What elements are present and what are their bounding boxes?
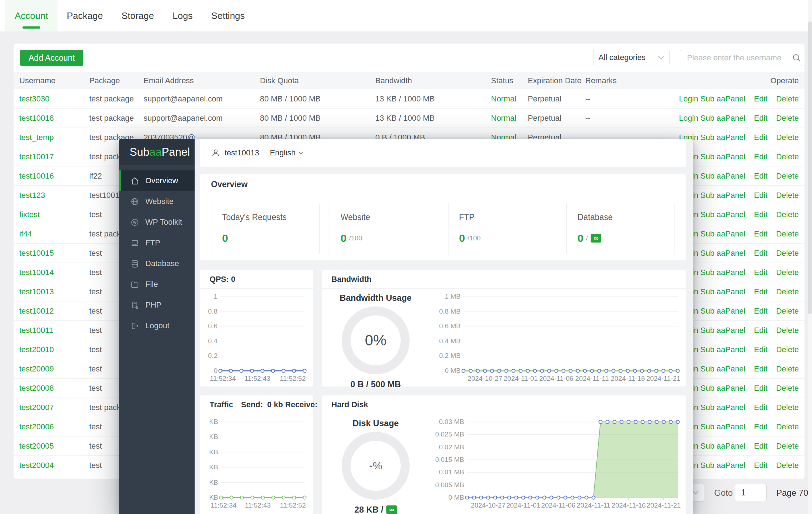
page-scrollbar[interactable]	[808, 0, 812, 514]
sidebar-item-overview[interactable]: Overview	[119, 170, 195, 191]
edit-link[interactable]: Edit	[754, 345, 767, 354]
delete-link[interactable]: Delete	[776, 114, 799, 123]
delete-link[interactable]: Delete	[776, 364, 799, 374]
tab-bar: AccountPackageStorageLogsSettings	[0, 0, 808, 31]
username-link[interactable]: test10014	[19, 268, 89, 277]
edit-link[interactable]: Edit	[754, 384, 767, 393]
username-link[interactable]: test10013	[19, 287, 89, 296]
edit-link[interactable]: Edit	[754, 229, 767, 239]
operate-cell: Login Sub aaPanelEditDelete	[691, 249, 799, 258]
edit-link[interactable]: Edit	[754, 403, 767, 412]
svg-text:0 MB: 0 MB	[445, 367, 461, 374]
chevron-down-icon	[298, 151, 304, 155]
delete-link[interactable]: Delete	[776, 152, 799, 161]
edit-link[interactable]: Edit	[754, 326, 767, 335]
delete-link[interactable]: Delete	[776, 229, 799, 239]
svg-text:11:52:43: 11:52:43	[245, 501, 271, 509]
delete-link[interactable]: Delete	[776, 306, 799, 316]
username-link[interactable]: test10018	[19, 114, 89, 123]
username-link[interactable]: test20005	[19, 441, 89, 451]
category-filter-select[interactable]: All categories	[593, 50, 670, 65]
operate-cell: Login Sub aaPanelEditDelete	[691, 191, 799, 200]
delete-link[interactable]: Delete	[776, 441, 799, 451]
edit-link[interactable]: Edit	[754, 268, 767, 277]
delete-link[interactable]: Delete	[776, 268, 799, 277]
edit-link[interactable]: Edit	[754, 306, 767, 316]
edit-link[interactable]: Edit	[754, 133, 767, 142]
edit-link[interactable]: Edit	[754, 422, 767, 431]
edit-link[interactable]: Edit	[754, 287, 767, 296]
tab-account[interactable]: Account	[5, 0, 57, 31]
language-selector[interactable]: English	[270, 148, 304, 158]
stat-card-title: Database	[577, 213, 664, 222]
delete-link[interactable]: Delete	[776, 191, 799, 200]
username-link[interactable]: test20004	[19, 461, 89, 470]
edit-link[interactable]: Edit	[754, 152, 767, 161]
delete-link[interactable]: Delete	[776, 171, 799, 181]
edit-link[interactable]: Edit	[754, 114, 767, 123]
delete-link[interactable]: Delete	[776, 287, 799, 296]
username-link[interactable]: test10017	[19, 152, 89, 161]
search-icon[interactable]	[792, 53, 801, 63]
sidebar-item-ftp[interactable]: FTP	[119, 233, 195, 253]
username-link[interactable]: test20007	[19, 403, 89, 412]
delete-link[interactable]: Delete	[776, 403, 799, 412]
tab-package[interactable]: Package	[57, 0, 112, 31]
add-account-button[interactable]: Add Account	[20, 50, 83, 66]
edit-link[interactable]: Edit	[754, 210, 767, 219]
username-link[interactable]: if44	[19, 229, 89, 239]
edit-link[interactable]: Edit	[754, 94, 767, 104]
delete-link[interactable]: Delete	[776, 94, 799, 104]
qps-chart-svg: 10.80.60.40.2011:52:3411:52:4311:52:52	[202, 291, 310, 384]
svg-text:KB: KB	[209, 418, 218, 425]
edit-link[interactable]: Edit	[754, 171, 767, 181]
scrollbar-thumb[interactable]	[808, 21, 812, 314]
sidebar-item-wp-toolkit[interactable]: WWP Toolkit	[119, 212, 195, 233]
tab-logs[interactable]: Logs	[163, 0, 202, 31]
svg-text:0.4: 0.4	[208, 337, 218, 345]
delete-link[interactable]: Delete	[776, 326, 799, 335]
delete-link[interactable]: Delete	[776, 249, 799, 258]
sidebar-item-logout[interactable]: Logout	[119, 315, 195, 336]
username-link[interactable]: fixtest	[19, 210, 89, 219]
goto-page-input[interactable]	[735, 484, 767, 501]
folder-icon	[130, 280, 139, 289]
username-link[interactable]: test10011	[19, 326, 89, 335]
bandwidth-chart-svg: 1 MB0.8 MB0.6 MB0.4 MB0.2 MB0 MB2024-10-…	[431, 291, 683, 384]
username-link[interactable]: test10016	[19, 171, 89, 181]
delete-link[interactable]: Delete	[776, 461, 799, 470]
edit-link[interactable]: Edit	[754, 249, 767, 258]
sidebar-item-database[interactable]: Database	[119, 253, 195, 274]
tab-settings[interactable]: Settings	[202, 0, 254, 31]
username-link[interactable]: test10012	[19, 306, 89, 316]
username-link[interactable]: test20010	[19, 345, 89, 354]
username-link[interactable]: test20008	[19, 384, 89, 393]
username-link[interactable]: test_temp	[19, 133, 89, 142]
delete-link[interactable]: Delete	[776, 422, 799, 431]
sidebar-item-php[interactable]: PHP	[119, 295, 195, 315]
delete-link[interactable]: Delete	[776, 384, 799, 393]
username-link[interactable]: test20009	[19, 364, 89, 374]
svg-text:KB: KB	[209, 479, 218, 486]
tab-storage[interactable]: Storage	[112, 0, 163, 31]
sub-aapanel-logo: Sub aaPanel	[119, 139, 195, 165]
username-link[interactable]: test3030	[19, 94, 89, 104]
delete-link[interactable]: Delete	[776, 133, 799, 142]
search-input[interactable]	[681, 53, 790, 63]
search-box[interactable]	[681, 50, 802, 66]
login-sub-aapanel-link[interactable]: Login Sub aaPanel	[679, 114, 746, 123]
username-link[interactable]: test20006	[19, 422, 89, 431]
sidebar-item-website[interactable]: Website	[119, 191, 195, 212]
username-link[interactable]: test10015	[19, 249, 89, 258]
edit-link[interactable]: Edit	[754, 191, 767, 200]
sidebar-item-file[interactable]: File	[119, 274, 195, 295]
delete-link[interactable]: Delete	[776, 210, 799, 219]
edit-link[interactable]: Edit	[754, 461, 767, 470]
stat-card-value: 0	[341, 232, 347, 244]
delete-link[interactable]: Delete	[776, 345, 799, 354]
login-sub-aapanel-link[interactable]: Login Sub aaPanel	[679, 94, 746, 104]
edit-link[interactable]: Edit	[754, 364, 767, 374]
stat-card-value: 0	[577, 232, 583, 244]
username-link[interactable]: test123	[19, 191, 89, 200]
edit-link[interactable]: Edit	[754, 441, 767, 451]
